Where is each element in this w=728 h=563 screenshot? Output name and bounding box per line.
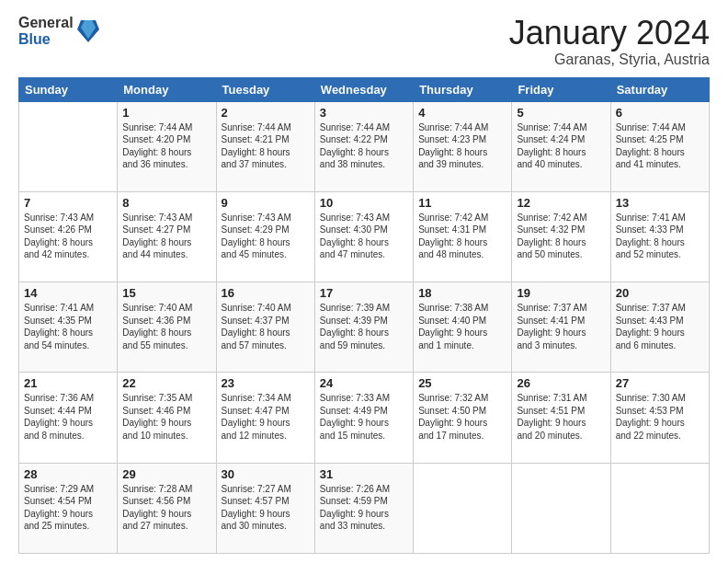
table-cell: 29Sunrise: 7:28 AM Sunset: 4:56 PM Dayli… (118, 463, 216, 553)
cell-content: Sunrise: 7:37 AM Sunset: 4:43 PM Dayligh… (616, 302, 704, 351)
logo-icon (77, 17, 99, 42)
week-row-4: 28Sunrise: 7:29 AM Sunset: 4:54 PM Dayli… (19, 463, 710, 553)
table-cell: 21Sunrise: 7:36 AM Sunset: 4:44 PM Dayli… (19, 373, 118, 463)
day-number: 21 (24, 376, 112, 390)
day-number: 15 (122, 286, 210, 300)
cell-content: Sunrise: 7:42 AM Sunset: 4:32 PM Dayligh… (517, 212, 605, 261)
cell-content: Sunrise: 7:29 AM Sunset: 4:54 PM Dayligh… (24, 483, 112, 533)
col-thursday: Thursday (414, 77, 512, 101)
day-number: 31 (320, 467, 408, 481)
table-cell: 25Sunrise: 7:32 AM Sunset: 4:50 PM Dayli… (414, 373, 512, 463)
day-number: 16 (222, 286, 310, 300)
cell-content: Sunrise: 7:44 AM Sunset: 4:20 PM Dayligh… (122, 121, 210, 171)
cell-content: Sunrise: 7:27 AM Sunset: 4:57 PM Dayligh… (222, 483, 310, 533)
cell-content: Sunrise: 7:44 AM Sunset: 4:24 PM Dayligh… (517, 121, 605, 171)
cell-content: Sunrise: 7:34 AM Sunset: 4:47 PM Dayligh… (222, 392, 310, 442)
table-cell: 14Sunrise: 7:41 AM Sunset: 4:35 PM Dayli… (19, 282, 118, 373)
table-cell: 5Sunrise: 7:44 AM Sunset: 4:24 PM Daylig… (512, 101, 610, 191)
month-title: January 2024 (509, 15, 710, 52)
day-number: 25 (418, 376, 506, 390)
table-cell: 12Sunrise: 7:42 AM Sunset: 4:32 PM Dayli… (512, 191, 610, 282)
table-cell (19, 101, 118, 191)
day-number: 8 (122, 196, 210, 210)
day-number: 23 (222, 376, 310, 390)
day-number: 12 (517, 196, 605, 210)
cell-content: Sunrise: 7:41 AM Sunset: 4:33 PM Dayligh… (616, 212, 704, 261)
cell-content: Sunrise: 7:33 AM Sunset: 4:49 PM Dayligh… (320, 392, 408, 442)
cell-content: Sunrise: 7:44 AM Sunset: 4:21 PM Dayligh… (222, 121, 310, 171)
table-cell: 9Sunrise: 7:43 AM Sunset: 4:29 PM Daylig… (216, 191, 314, 282)
cell-content: Sunrise: 7:44 AM Sunset: 4:22 PM Dayligh… (320, 121, 408, 171)
table-cell: 8Sunrise: 7:43 AM Sunset: 4:27 PM Daylig… (118, 191, 216, 282)
day-number: 10 (320, 196, 408, 210)
table-cell: 30Sunrise: 7:27 AM Sunset: 4:57 PM Dayli… (216, 463, 314, 553)
table-cell (414, 463, 512, 553)
cell-content: Sunrise: 7:32 AM Sunset: 4:50 PM Dayligh… (418, 392, 506, 442)
table-cell: 17Sunrise: 7:39 AM Sunset: 4:39 PM Dayli… (314, 282, 413, 373)
table-cell: 1Sunrise: 7:44 AM Sunset: 4:20 PM Daylig… (118, 101, 216, 191)
cell-content: Sunrise: 7:38 AM Sunset: 4:40 PM Dayligh… (418, 302, 506, 351)
day-number: 6 (616, 106, 704, 120)
table-cell: 24Sunrise: 7:33 AM Sunset: 4:49 PM Dayli… (314, 373, 413, 463)
cell-content: Sunrise: 7:28 AM Sunset: 4:56 PM Dayligh… (122, 483, 210, 533)
table-cell: 6Sunrise: 7:44 AM Sunset: 4:25 PM Daylig… (610, 101, 709, 191)
table-cell: 22Sunrise: 7:35 AM Sunset: 4:46 PM Dayli… (118, 373, 216, 463)
cell-content: Sunrise: 7:43 AM Sunset: 4:30 PM Dayligh… (320, 212, 408, 261)
week-row-3: 21Sunrise: 7:36 AM Sunset: 4:44 PM Dayli… (19, 373, 710, 463)
table-cell: 16Sunrise: 7:40 AM Sunset: 4:37 PM Dayli… (216, 282, 314, 373)
week-row-1: 7Sunrise: 7:43 AM Sunset: 4:26 PM Daylig… (19, 191, 710, 282)
day-number: 2 (222, 106, 310, 120)
table-cell: 15Sunrise: 7:40 AM Sunset: 4:36 PM Dayli… (118, 282, 216, 373)
day-number: 28 (24, 467, 112, 481)
cell-content: Sunrise: 7:44 AM Sunset: 4:23 PM Dayligh… (418, 121, 506, 171)
logo-blue: Blue (18, 31, 74, 48)
cell-content: Sunrise: 7:43 AM Sunset: 4:27 PM Dayligh… (122, 212, 210, 261)
col-wednesday: Wednesday (314, 77, 413, 101)
cell-content: Sunrise: 7:30 AM Sunset: 4:53 PM Dayligh… (616, 392, 704, 442)
logo-text: General Blue (18, 15, 74, 47)
cell-content: Sunrise: 7:42 AM Sunset: 4:31 PM Dayligh… (418, 212, 506, 261)
calendar: Sunday Monday Tuesday Wednesday Thursday… (18, 77, 710, 554)
day-number: 26 (517, 376, 605, 390)
day-number: 7 (24, 196, 112, 210)
table-cell: 31Sunrise: 7:26 AM Sunset: 4:59 PM Dayli… (314, 463, 413, 553)
week-row-0: 1Sunrise: 7:44 AM Sunset: 4:20 PM Daylig… (19, 101, 710, 191)
day-number: 13 (616, 196, 704, 210)
day-number: 29 (122, 467, 210, 481)
calendar-header-row: Sunday Monday Tuesday Wednesday Thursday… (19, 77, 710, 101)
day-number: 18 (418, 286, 506, 300)
page: General Blue January 2024 Garanas, Styri… (0, 0, 728, 563)
cell-content: Sunrise: 7:26 AM Sunset: 4:59 PM Dayligh… (320, 483, 408, 533)
day-number: 30 (222, 467, 310, 481)
day-number: 1 (122, 106, 210, 120)
day-number: 17 (320, 286, 408, 300)
table-cell: 10Sunrise: 7:43 AM Sunset: 4:30 PM Dayli… (314, 191, 413, 282)
cell-content: Sunrise: 7:31 AM Sunset: 4:51 PM Dayligh… (517, 392, 605, 442)
title-section: January 2024 Garanas, Styria, Austria (509, 15, 710, 68)
cell-content: Sunrise: 7:39 AM Sunset: 4:39 PM Dayligh… (320, 302, 408, 351)
table-cell: 13Sunrise: 7:41 AM Sunset: 4:33 PM Dayli… (610, 191, 709, 282)
day-number: 22 (122, 376, 210, 390)
col-saturday: Saturday (610, 77, 709, 101)
table-cell: 7Sunrise: 7:43 AM Sunset: 4:26 PM Daylig… (19, 191, 118, 282)
day-number: 5 (517, 106, 605, 120)
table-cell (610, 463, 709, 553)
table-cell: 19Sunrise: 7:37 AM Sunset: 4:41 PM Dayli… (512, 282, 610, 373)
day-number: 27 (616, 376, 704, 390)
header: General Blue January 2024 Garanas, Styri… (18, 15, 710, 68)
logo-general: General (18, 15, 74, 31)
logo: General Blue (18, 15, 99, 47)
table-cell (512, 463, 610, 553)
day-number: 4 (418, 106, 506, 120)
day-number: 14 (24, 286, 112, 300)
day-number: 9 (222, 196, 310, 210)
cell-content: Sunrise: 7:35 AM Sunset: 4:46 PM Dayligh… (122, 392, 210, 442)
day-number: 19 (517, 286, 605, 300)
cell-content: Sunrise: 7:36 AM Sunset: 4:44 PM Dayligh… (24, 392, 112, 442)
day-number: 3 (320, 106, 408, 120)
week-row-2: 14Sunrise: 7:41 AM Sunset: 4:35 PM Dayli… (19, 282, 710, 373)
cell-content: Sunrise: 7:41 AM Sunset: 4:35 PM Dayligh… (24, 302, 112, 351)
cell-content: Sunrise: 7:43 AM Sunset: 4:29 PM Dayligh… (222, 212, 310, 261)
day-number: 20 (616, 286, 704, 300)
col-sunday: Sunday (19, 77, 118, 101)
